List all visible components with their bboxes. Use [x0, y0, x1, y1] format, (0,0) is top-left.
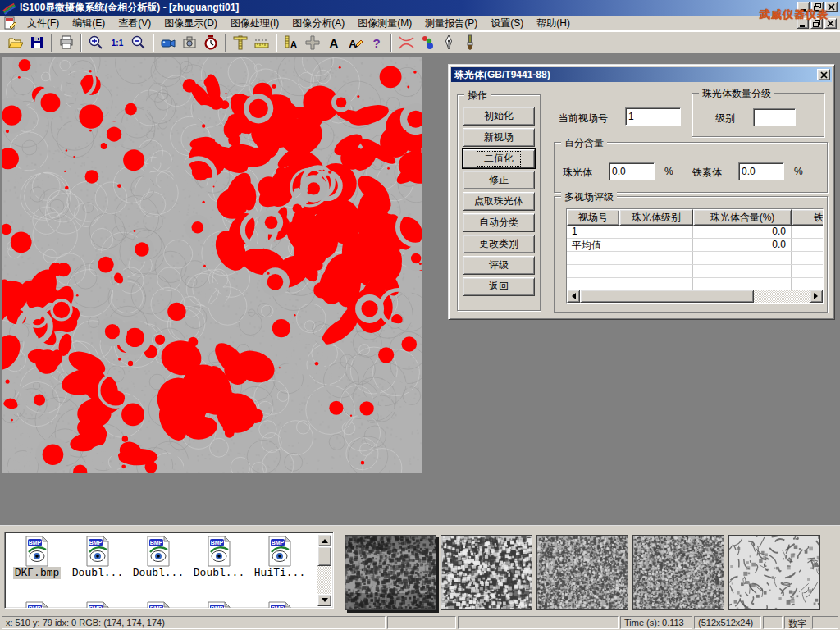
file-item[interactable]: BMP [67, 601, 128, 609]
ruler-measure-button[interactable] [251, 33, 272, 52]
dialog-title-bar[interactable]: 珠光体(GB/T9441-88) [451, 67, 832, 82]
file-item[interactable]: BMP HuiTi... [249, 536, 310, 579]
pearlite-percent-input[interactable] [609, 162, 655, 180]
menu-help[interactable]: 帮助(H) [530, 15, 577, 32]
correct-button[interactable]: 修正 [463, 171, 535, 189]
print-button[interactable] [56, 33, 77, 52]
change-class-button[interactable]: 更改类别 [463, 235, 535, 253]
header-ferrite[interactable]: 铁素体 [792, 209, 824, 226]
pearlite-dialog: 珠光体(GB/T9441-88) 操作 初始化 新视场 二值化 修正 点取珠光体… [448, 64, 835, 320]
phase-particles-button[interactable] [417, 33, 438, 52]
file-item[interactable]: BMP Doubl... [189, 536, 249, 579]
file-name[interactable]: Doubl... [131, 567, 185, 579]
restore-button[interactable] [811, 2, 824, 12]
measure-annotate-button[interactable]: A [281, 33, 302, 52]
micrograph-image[interactable] [2, 57, 422, 473]
gallery-thumbnail-1[interactable] [345, 535, 436, 610]
file-item[interactable]: BMP [189, 601, 249, 609]
dialog-close-button[interactable] [817, 69, 830, 80]
menu-image-measure[interactable]: 图像测量(M) [351, 15, 418, 32]
video-capture-button[interactable] [158, 33, 179, 52]
table-row[interactable]: 平均值 0.0 [567, 239, 823, 252]
scrollbar-thumb[interactable] [580, 290, 754, 303]
menu-image-analysis[interactable]: 图像分析(A) [285, 15, 351, 32]
ferrite-unit: % [794, 166, 803, 177]
header-pearlite[interactable]: 珠光体含量(%) [693, 209, 792, 226]
file-item[interactable]: BMP Doubl... [67, 536, 128, 579]
file-item[interactable]: BMP [128, 601, 189, 609]
header-field[interactable]: 视场号 [567, 209, 619, 226]
gallery-thumbnail-2[interactable] [441, 535, 532, 610]
gallery-thumbnail-4[interactable] [632, 535, 724, 610]
file-item[interactable]: BMP [7, 601, 67, 609]
menu-image-display[interactable]: 图像显示(D) [158, 15, 224, 32]
current-field-input[interactable] [625, 107, 681, 126]
file-name[interactable]: Doubl... [71, 567, 125, 579]
file-name[interactable]: DKF.bmp [13, 567, 62, 579]
close-icon [828, 3, 835, 11]
file-item[interactable]: BMP DKF.bmp [7, 536, 67, 579]
scroll-down-button[interactable] [317, 594, 331, 606]
help-button[interactable]: ? [366, 33, 387, 52]
status-empty-2 [458, 616, 619, 629]
zoom-in-button[interactable] [85, 33, 107, 52]
bmp-file-icon: BMP [84, 536, 112, 567]
svg-text:A: A [290, 39, 297, 49]
zoom-out-button[interactable] [128, 33, 149, 52]
pen-tool-button[interactable] [438, 33, 459, 52]
status-empty-1 [387, 616, 456, 629]
rate-button[interactable]: 评级 [463, 256, 535, 275]
auto-classify-button[interactable]: 自动分类 [463, 213, 535, 232]
scrollbar-thumb[interactable] [317, 546, 331, 566]
new-field-button[interactable]: 新视场 [463, 128, 535, 147]
grid-tool-button[interactable] [302, 33, 323, 52]
save-button[interactable] [26, 33, 48, 52]
caliper-text-icon: A [283, 34, 299, 51]
file-item[interactable]: BMP [249, 601, 310, 609]
curve-tool-button[interactable] [395, 33, 417, 52]
pick-pearlite-button[interactable]: 点取珠光体 [463, 192, 535, 211]
minimize-button[interactable] [797, 2, 810, 12]
file-list-scrollbar[interactable] [317, 534, 331, 606]
gallery-thumbnail-5[interactable] [728, 535, 820, 610]
file-item[interactable]: BMP Doubl... [128, 536, 189, 579]
file-name[interactable]: Doubl... [192, 567, 246, 579]
menu-settings[interactable]: 设置(S) [484, 15, 530, 32]
annotation-tool-button[interactable]: A [345, 33, 366, 52]
scroll-right-button[interactable] [810, 290, 823, 303]
menu-image-process[interactable]: 图像处理(I) [224, 15, 285, 32]
scroll-up-button[interactable] [317, 534, 331, 546]
gallery-thumbnail-3[interactable] [536, 535, 628, 610]
close-button[interactable] [825, 2, 838, 12]
text-tool-button[interactable]: A [323, 33, 345, 52]
open-folder-icon [7, 34, 24, 51]
menu-file[interactable]: 文件(F) [21, 15, 66, 32]
current-field-label: 当前视场号 [559, 112, 608, 126]
photo-capture-button[interactable] [179, 33, 200, 52]
scroll-left-button[interactable] [567, 290, 580, 303]
binarize-button[interactable]: 二值化 [463, 149, 535, 168]
brush-icon [462, 34, 478, 51]
table-row[interactable]: 1 0.0 [567, 226, 823, 239]
init-button[interactable]: 初始化 [463, 107, 535, 126]
menu-view[interactable]: 查看(V) [112, 15, 158, 32]
actual-size-button[interactable]: 1:1 [107, 33, 128, 52]
caliper-measure-button[interactable] [230, 33, 251, 52]
menu-report[interactable]: 测量报告(P) [418, 15, 484, 32]
operations-group-label: 操作 [464, 89, 491, 103]
ferrite-percent-input[interactable] [738, 162, 784, 180]
file-name[interactable]: HuiTi... [253, 567, 307, 579]
grade-group: 珠光体数量分级 级别 [692, 93, 824, 137]
child-restore-button[interactable] [810, 18, 823, 29]
menu-edit[interactable]: 编辑(E) [66, 15, 112, 32]
open-button[interactable] [5, 33, 26, 52]
timer-button[interactable] [200, 33, 221, 52]
header-grade[interactable]: 珠光体级别 [619, 209, 693, 226]
child-close-button[interactable] [824, 18, 837, 29]
status-mode: 数字 [784, 616, 810, 629]
table-horizontal-scrollbar[interactable] [567, 290, 823, 303]
return-button[interactable]: 返回 [463, 277, 535, 296]
grade-input[interactable] [753, 108, 796, 126]
brush-tool-button[interactable] [459, 33, 481, 52]
child-minimize-button[interactable] [797, 18, 809, 29]
